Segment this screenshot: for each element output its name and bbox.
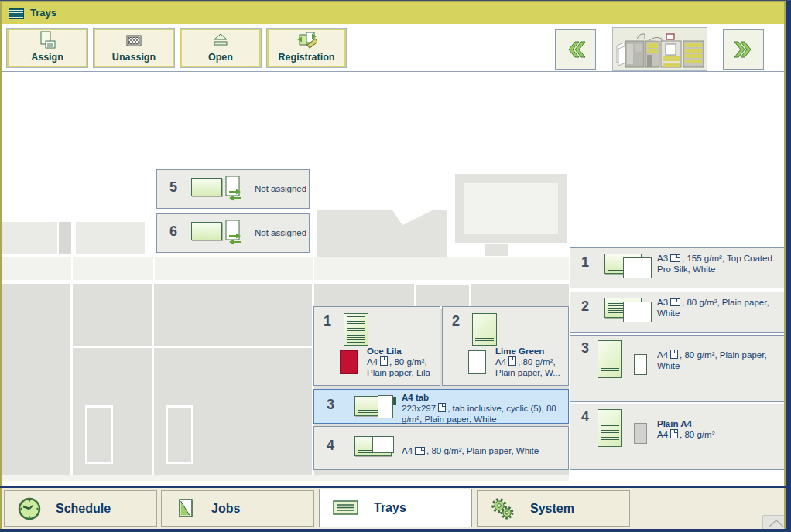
tray-level-icon [191, 222, 222, 240]
toolbar: Assign Unassign Open [2, 24, 784, 72]
bottom-tab-bar: Schedule Jobs Trays [0, 488, 786, 529]
tray-media-info: Lime Green A4, 80 g/m², Plain paper, W..… [495, 346, 569, 378]
tray-number: 1 [324, 313, 331, 329]
tray-number: 4 [327, 438, 334, 454]
tray-number: 2 [581, 298, 589, 315]
printer-thumbnail-image [615, 30, 704, 69]
tabbar-divider [0, 486, 786, 488]
portrait-page-icon [670, 350, 678, 359]
clock-icon [17, 496, 42, 521]
media-size: A4 [495, 357, 506, 367]
open-label: Open [208, 52, 233, 63]
center-tray-4[interactable]: 4 A4, 80 g/m², Plain paper, White [313, 426, 569, 470]
tab-system[interactable]: System [477, 490, 630, 527]
tray-level-icon [598, 409, 622, 447]
printer-diagram-block [314, 257, 569, 280]
right-tray-2[interactable]: 2 A3, 80 g/m², Plain paper, White [570, 292, 786, 332]
media-size: A3 [657, 254, 668, 263]
media-name: A4 tab [402, 392, 566, 403]
tray-media-info: A4 tab 223x297, tab inclusive, cyclic (5… [402, 392, 566, 425]
open-button[interactable]: Open [180, 28, 262, 68]
portrait-page-icon [508, 356, 516, 366]
tray-number: 2 [452, 313, 460, 329]
media-color-swatch [634, 423, 647, 444]
printer-diagram-monitor-stand [485, 244, 508, 256]
media-details: , 80 g/m² [680, 430, 714, 439]
media-size: A3 [657, 298, 668, 307]
center-tray-1[interactable]: 1 Oce Lila A4, 80 g/m², Plain paper, Lil… [313, 306, 440, 386]
landscape-page-icon [670, 298, 680, 306]
assign-button[interactable]: Assign [6, 28, 88, 68]
center-tray-3-selected[interactable]: 3 A4 tab 223x297, tab inclusive, cyclic … [313, 389, 569, 424]
tray-media-info: A4, 80 g/m², Plain paper, White [402, 445, 566, 456]
portrait-page-icon [380, 356, 388, 366]
not-assigned-icon [225, 176, 245, 204]
tab-media-swatch [378, 395, 393, 418]
registration-label: Registration [279, 52, 335, 63]
unassign-label: Unassign [112, 52, 156, 63]
printer-diagram-door [85, 405, 113, 464]
window-border [0, 0, 2, 532]
tab-trays-selected[interactable]: Trays [319, 489, 472, 527]
portrait-page-icon [438, 403, 446, 412]
printer-overview-thumbnail[interactable] [612, 27, 707, 71]
tab-label: Schedule [56, 502, 111, 516]
portrait-page-icon [670, 429, 678, 438]
tray-number: 3 [327, 397, 334, 413]
chevron-right-double-icon [733, 39, 755, 60]
tray-number: 1 [581, 254, 589, 271]
printer-control-window: Trays Assign Unassign [0, 0, 791, 532]
printer-diagram-divider [73, 346, 312, 348]
printer-diagram-outline [414, 282, 471, 309]
media-color-swatch [623, 302, 652, 322]
right-tray-3[interactable]: 3 A4, 80 g/m², Plain paper, White [570, 335, 786, 402]
trays-icon [332, 499, 360, 517]
right-tray-1[interactable]: 1 A3, 155 g/m², Top Coated Pro Silk, Whi… [570, 247, 786, 288]
tray-level-icon [344, 313, 368, 346]
next-view-button[interactable] [723, 29, 764, 70]
tray-status: Not assigned [255, 228, 306, 237]
printer-diagram-block [2, 257, 71, 280]
tab-schedule[interactable]: Schedule [4, 490, 157, 527]
media-size: A4 [367, 357, 378, 367]
printer-diagram-divider [70, 284, 73, 475]
window-border [786, 0, 791, 532]
window-border-top [0, 0, 791, 1]
tray-icon [9, 8, 24, 19]
media-color-swatch [623, 257, 652, 278]
registration-button[interactable]: Registration [266, 28, 347, 68]
landscape-page-icon [415, 447, 425, 455]
external-tray-5[interactable]: 5 Not assigned [156, 169, 310, 209]
tab-label: System [530, 502, 574, 516]
media-color-swatch [468, 350, 486, 374]
unassign-icon [124, 30, 144, 50]
media-size: A4 [657, 430, 668, 439]
media-color-swatch [372, 436, 394, 453]
media-name: Oce Lila [367, 346, 440, 356]
landscape-page-icon [670, 254, 680, 262]
tray-status: Not assigned [255, 184, 306, 193]
tab-jobs[interactable]: Jobs [161, 490, 314, 527]
media-color-swatch [634, 354, 647, 375]
tray-level-icon [598, 340, 622, 378]
printer-diagram-monitor-screen [464, 183, 558, 234]
external-tray-6[interactable]: 6 Not assigned [156, 213, 310, 253]
right-tray-4[interactable]: 4 Plain A4 A4, 80 g/m² [570, 404, 786, 470]
tab-label: Jobs [211, 502, 240, 516]
printer-diagram-block [73, 257, 153, 280]
tray-number: 4 [581, 409, 589, 425]
tray-media-info: A3, 80 g/m², Plain paper, White [657, 297, 781, 319]
printer-diagram-block [2, 222, 57, 254]
media-name: Plain A4 [657, 418, 781, 429]
printer-diagram-block [59, 222, 71, 254]
page-title: Trays [30, 7, 56, 19]
media-name: Lime Green [495, 346, 569, 356]
prev-view-button[interactable] [555, 29, 596, 70]
center-tray-2[interactable]: 2 Lime Green A4, 80 g/m², Plain paper, W… [442, 306, 569, 386]
unassign-button[interactable]: Unassign [93, 28, 175, 68]
media-size: A4 [402, 446, 413, 455]
assign-label: Assign [31, 52, 63, 63]
tray-number: 3 [581, 340, 589, 356]
printer-diagram-base [2, 475, 569, 481]
tab-label: Trays [374, 501, 406, 515]
